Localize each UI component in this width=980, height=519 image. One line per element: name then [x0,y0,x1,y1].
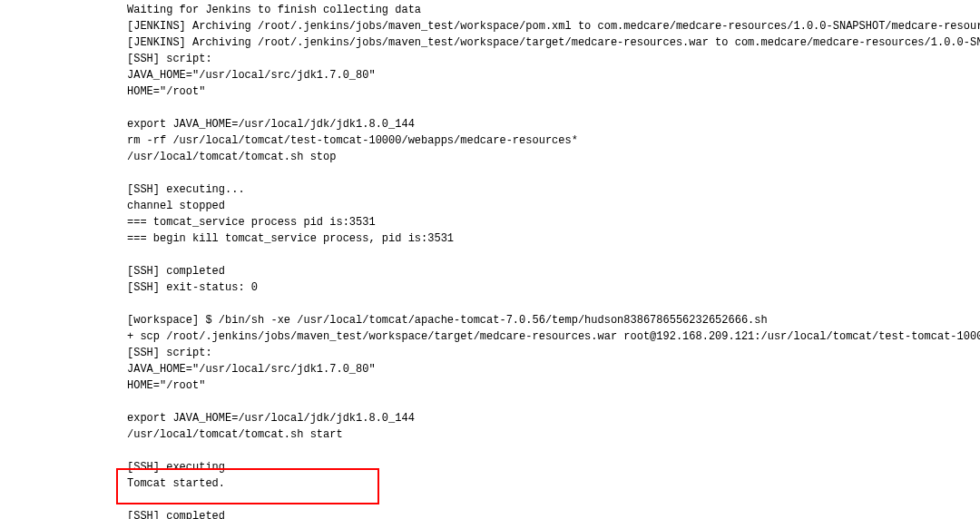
console-line [127,247,980,263]
console-line: Tomcat started. [127,475,980,492]
console-line: HOME="/root" [127,83,980,100]
console-line: JAVA_HOME="/usr/local/src/jdk1.7.0_80" [127,361,980,377]
console-line [127,394,980,410]
console-line: /usr/local/tomcat/tomcat.sh start [127,426,980,443]
console-line: [SSH] script: [127,345,980,361]
console-line: [SSH] completed [127,508,980,519]
console-line: HOME="/root" [127,377,980,394]
console-line [127,165,980,181]
console-line: channel stopped [127,198,980,214]
console-line [127,492,980,508]
console-line: Waiting for Jenkins to finish collecting… [127,2,980,18]
console-line: + scp /root/.jenkins/jobs/maven_test/wor… [127,328,980,345]
console-line: [SSH] completed [127,263,980,279]
jenkins-console-output: Waiting for Jenkins to finish collecting… [127,2,980,519]
console-line: [SSH] executing... [127,181,980,198]
console-line: export JAVA_HOME=/usr/local/jdk/jdk1.8.0… [127,410,980,426]
console-line: export JAVA_HOME=/usr/local/jdk/jdk1.8.0… [127,116,980,132]
console-line [127,296,980,312]
console-line: === tomcat_service process pid is:3531 [127,214,980,230]
console-line: [SSH] executing... [127,459,980,475]
console-line: rm -rf /usr/local/tomcat/test-tomcat-100… [127,132,980,149]
console-line [127,443,980,459]
console-line [127,100,980,116]
console-line: [SSH] script: [127,51,980,67]
console-line: JAVA_HOME="/usr/local/src/jdk1.7.0_80" [127,67,980,83]
console-line: === begin kill tomcat_service process, p… [127,230,980,247]
console-line: [JENKINS] Archiving /root/.jenkins/jobs/… [127,34,980,51]
console-line: [SSH] exit-status: 0 [127,279,980,296]
console-line: /usr/local/tomcat/tomcat.sh stop [127,149,980,165]
console-line: [workspace] $ /bin/sh -xe /usr/local/tom… [127,312,980,328]
console-line: [JENKINS] Archiving /root/.jenkins/jobs/… [127,18,980,34]
